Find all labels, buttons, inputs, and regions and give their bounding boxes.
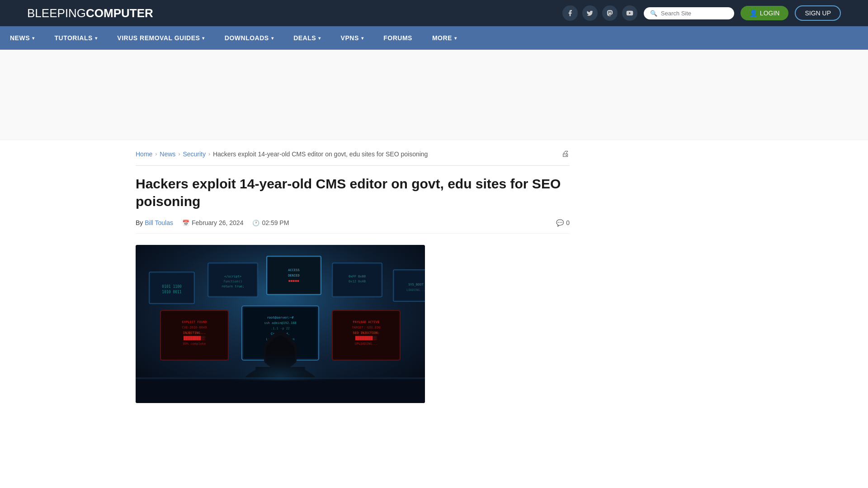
facebook-icon[interactable] <box>562 5 578 21</box>
svg-rect-54 <box>226 335 335 380</box>
logo-light: BLEEPING <box>27 6 86 20</box>
breadcrumb-sep-1: › <box>155 151 157 157</box>
article-container: Home › News › Security › Hackers exploit… <box>136 149 570 403</box>
article-date: 📅 February 26, 2024 <box>182 219 243 226</box>
nav-deals[interactable]: DEALS ▾ <box>283 26 330 50</box>
signup-label: SIGN UP <box>805 9 831 17</box>
svg-text:LOADING...: LOADING... <box>406 288 425 292</box>
nav-news[interactable]: NEWS ▾ <box>0 26 45 50</box>
nav-more-label: MORE <box>432 34 452 42</box>
nav-news-caret: ▾ <box>32 36 35 41</box>
signup-button[interactable]: SIGN UP <box>795 5 841 21</box>
breadcrumb-sep-2: › <box>178 151 180 157</box>
site-logo[interactable]: BLEEPINGCOMPUTER <box>27 6 153 20</box>
nav-vpns[interactable]: VPNS ▾ <box>331 26 374 50</box>
header-right: 🔍 👤 LOGIN SIGN UP <box>562 5 841 21</box>
svg-text:DENIED: DENIED <box>288 274 299 277</box>
article-comments[interactable]: 💬 0 <box>556 219 570 226</box>
nav-news-label: NEWS <box>10 34 30 42</box>
ad-banner <box>0 50 868 140</box>
svg-text:■■■■■: ■■■■■ <box>288 279 299 283</box>
breadcrumb-security[interactable]: Security <box>183 150 206 158</box>
nav-vpns-label: VPNS <box>341 34 359 42</box>
article-author: By Bill Toulas <box>136 219 173 226</box>
breadcrumb-news[interactable]: News <box>160 150 175 158</box>
breadcrumb-current: Hackers exploit 14-year-old CMS editor o… <box>213 150 428 158</box>
site-header: BLEEPINGCOMPUTER 🔍 👤 LOGIN SIGN UP <box>0 0 868 26</box>
svg-text:SYS_BOOT: SYS_BOOT <box>408 283 424 286</box>
time-value: 02:59 PM <box>262 219 289 226</box>
search-input[interactable] <box>661 10 728 17</box>
nav-tutorials-caret: ▾ <box>95 36 98 41</box>
main-container: Home › News › Security › Hackers exploit… <box>118 140 750 412</box>
svg-text:function(): function() <box>223 280 242 283</box>
author-link[interactable]: Bill Toulas <box>145 219 173 226</box>
nav-more-caret: ▾ <box>454 36 457 41</box>
article-time: 🕐 02:59 PM <box>252 219 289 226</box>
svg-text:ACCESS: ACCESS <box>288 268 299 272</box>
svg-text:root@server:~#: root@server:~# <box>267 316 294 319</box>
svg-text:.1.1 -p 22: .1.1 -p 22 <box>271 327 290 330</box>
mastodon-icon[interactable] <box>602 5 618 21</box>
nav-deals-caret: ▾ <box>318 36 321 41</box>
nav-forums-label: FORUMS <box>383 34 412 42</box>
article-meta: By Bill Toulas 📅 February 26, 2024 🕐 02:… <box>136 219 570 234</box>
main-nav: NEWS ▾ TUTORIALS ▾ VIRUS REMOVAL GUIDES … <box>0 26 868 50</box>
date-value: February 26, 2024 <box>192 219 243 226</box>
calendar-icon: 📅 <box>182 220 189 226</box>
breadcrumb-sep-3: › <box>208 151 210 157</box>
nav-vpns-caret: ▾ <box>361 36 364 41</box>
nav-downloads-caret: ▾ <box>271 36 274 41</box>
comments-count: 0 <box>566 219 570 226</box>
print-icon[interactable]: 🖨 <box>561 149 570 159</box>
svg-rect-49 <box>334 312 398 358</box>
nav-virus-label: VIRUS REMOVAL GUIDES <box>117 34 200 42</box>
search-bar: 🔍 <box>644 7 734 19</box>
svg-text:0x12 0xAB: 0x12 0xAB <box>349 280 366 283</box>
nav-virus-removal[interactable]: VIRUS REMOVAL GUIDES ▾ <box>107 26 214 50</box>
sidebar <box>588 149 723 403</box>
login-label: LOGIN <box>760 9 780 17</box>
svg-rect-52 <box>136 378 425 403</box>
logo-bold: COMPUTER <box>86 6 153 20</box>
breadcrumb: Home › News › Security › Hackers exploit… <box>136 149 570 166</box>
svg-text:1010 0011: 1010 0011 <box>162 290 182 294</box>
svg-text:return true;: return true; <box>222 285 245 288</box>
breadcrumb-left: Home › News › Security › Hackers exploit… <box>136 150 428 158</box>
nav-downloads[interactable]: DOWNLOADS ▾ <box>215 26 283 50</box>
svg-text:0101 1100: 0101 1100 <box>162 285 182 289</box>
article-hero-image: 0101 1100 1010 0011 </script> function()… <box>136 245 425 403</box>
svg-text:ssh admin@192.168: ssh admin@192.168 <box>264 321 297 325</box>
clock-icon: 🕐 <box>252 220 259 226</box>
nav-deals-label: DEALS <box>293 34 316 42</box>
user-icon: 👤 <box>750 9 757 17</box>
login-button[interactable]: 👤 LOGIN <box>741 6 789 20</box>
nav-downloads-label: DOWNLOADS <box>225 34 269 42</box>
nav-tutorials[interactable]: TUTORIALS ▾ <box>45 26 108 50</box>
search-icon: 🔍 <box>650 10 657 17</box>
youtube-icon[interactable] <box>622 5 637 21</box>
article-title: Hackers exploit 14-year-old CMS editor o… <box>136 175 570 210</box>
social-icons-group <box>562 5 637 21</box>
by-label: By <box>136 219 143 226</box>
comment-icon: 💬 <box>556 219 564 226</box>
svg-text:0xFF 0x00: 0xFF 0x00 <box>349 275 366 278</box>
nav-more[interactable]: MORE ▾ <box>422 26 467 50</box>
nav-virus-caret: ▾ <box>202 36 205 41</box>
svg-text:</script>: </script> <box>224 275 241 278</box>
twitter-icon[interactable] <box>582 5 598 21</box>
nav-forums[interactable]: FORUMS <box>373 26 422 50</box>
breadcrumb-home[interactable]: Home <box>136 150 152 158</box>
nav-tutorials-label: TUTORIALS <box>55 34 93 42</box>
svg-rect-32 <box>162 312 226 358</box>
